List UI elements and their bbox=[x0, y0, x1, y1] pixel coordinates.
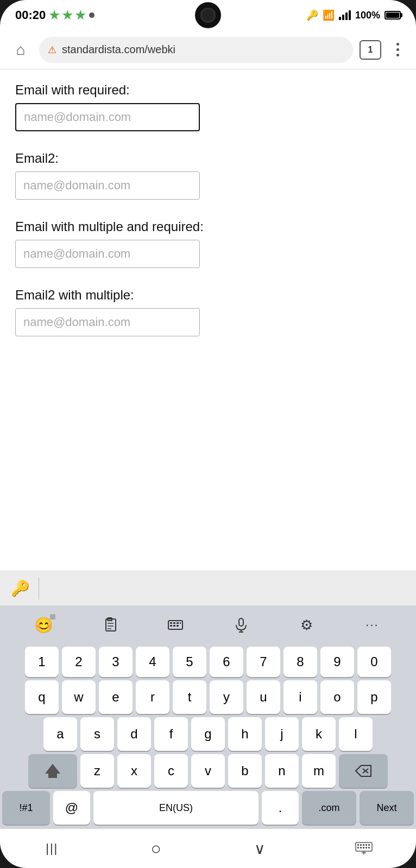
menu-dot-1 bbox=[396, 43, 399, 46]
at-button[interactable]: @ bbox=[53, 791, 90, 825]
form-group-1: Email with required: name@domain.com bbox=[15, 82, 401, 131]
key-2[interactable]: 2 bbox=[62, 647, 96, 677]
svg-rect-20 bbox=[360, 844, 362, 846]
key-g[interactable]: g bbox=[191, 717, 225, 751]
key-f[interactable]: f bbox=[154, 717, 188, 751]
input-email-required[interactable]: name@domain.com bbox=[15, 103, 200, 131]
input-email2[interactable]: name@domain.com bbox=[15, 171, 200, 200]
key-7[interactable]: 7 bbox=[247, 647, 280, 677]
key-d[interactable]: d bbox=[117, 717, 151, 751]
menu-dot-2 bbox=[396, 48, 399, 51]
key-4[interactable]: 4 bbox=[136, 647, 169, 677]
qwerty-row: q w e r t y u i o p bbox=[2, 680, 414, 714]
status-bar: 00:20 🔑 📶 100% bbox=[0, 0, 416, 30]
form-group-2: Email2: name@domain.com bbox=[15, 151, 401, 200]
key-p[interactable]: p bbox=[357, 680, 391, 714]
more-button[interactable]: ··· bbox=[357, 610, 388, 640]
zxcv-row: z x c v b n m bbox=[2, 754, 414, 788]
key-e[interactable]: e bbox=[99, 680, 133, 714]
mic-button[interactable] bbox=[226, 610, 256, 640]
key-o[interactable]: o bbox=[320, 680, 354, 714]
period-button[interactable]: . bbox=[262, 791, 299, 825]
backspace-button[interactable] bbox=[339, 754, 388, 788]
key-l[interactable]: l bbox=[339, 717, 373, 751]
key-r[interactable]: r bbox=[136, 680, 169, 714]
key-t[interactable]: t bbox=[173, 680, 206, 714]
key-a[interactable]: a bbox=[43, 717, 77, 751]
key-5[interactable]: 5 bbox=[173, 647, 206, 677]
key-j[interactable]: j bbox=[265, 717, 299, 751]
svg-rect-21 bbox=[363, 844, 364, 846]
svg-rect-9 bbox=[180, 622, 181, 624]
space-label: EN(US) bbox=[159, 802, 193, 814]
vpn-bar: 🔑 bbox=[0, 571, 416, 605]
url-bar[interactable]: ⚠ standardista.com/webki bbox=[39, 37, 353, 63]
nav-bar: ||| ○ ∨ bbox=[0, 829, 416, 868]
key-u[interactable]: u bbox=[247, 680, 280, 714]
symbols-button[interactable]: !#1 bbox=[2, 791, 50, 825]
input-email2-multiple[interactable]: name@domain.com bbox=[15, 308, 200, 336]
key-8[interactable]: 8 bbox=[283, 647, 317, 677]
key-q[interactable]: q bbox=[25, 680, 59, 714]
keyboard-switch-button[interactable] bbox=[160, 610, 191, 640]
dotcom-label: .com bbox=[318, 802, 339, 814]
url-text: standardista.com/webki bbox=[62, 43, 344, 56]
browser-toolbar: ⌂ ⚠ standardista.com/webki 1 bbox=[0, 30, 416, 69]
mic-icon bbox=[233, 617, 249, 633]
number-row: 1 2 3 4 5 6 7 8 9 0 bbox=[2, 647, 414, 677]
label-email2-multiple: Email2 with multiple: bbox=[15, 288, 401, 303]
key-h[interactable]: h bbox=[228, 717, 262, 751]
key-6[interactable]: 6 bbox=[210, 647, 243, 677]
key-y[interactable]: y bbox=[210, 680, 243, 714]
key-m[interactable]: m bbox=[302, 754, 336, 788]
clipboard-button[interactable] bbox=[94, 610, 125, 640]
key-b[interactable]: b bbox=[228, 754, 262, 788]
back-nav-button[interactable]: ||| bbox=[30, 832, 74, 865]
emoji-icon: 😊 bbox=[34, 616, 53, 634]
shift-base bbox=[48, 774, 57, 778]
key-w[interactable]: w bbox=[62, 680, 96, 714]
keyboard-nav-icon bbox=[355, 842, 373, 855]
svg-rect-26 bbox=[363, 847, 364, 848]
keyboard-toolbar: 😊 bbox=[0, 605, 416, 644]
dotcom-button[interactable]: .com bbox=[302, 791, 356, 825]
status-left: 00:20 bbox=[15, 8, 94, 22]
placeholder-2: name@domain.com bbox=[23, 178, 130, 193]
signal-bar-1 bbox=[339, 17, 341, 20]
clipboard-icon bbox=[102, 617, 118, 633]
backspace-icon bbox=[354, 763, 373, 778]
key-n[interactable]: n bbox=[265, 754, 299, 788]
settings-button[interactable]: ⚙ bbox=[292, 610, 322, 640]
shift-button[interactable] bbox=[28, 754, 77, 788]
emoji-button[interactable]: 😊 bbox=[29, 610, 59, 640]
home-nav-button[interactable]: ○ bbox=[134, 832, 178, 865]
menu-button[interactable] bbox=[388, 40, 407, 60]
wifi-icon: 📶 bbox=[323, 9, 335, 21]
key-s[interactable]: s bbox=[80, 717, 114, 751]
key-k[interactable]: k bbox=[302, 717, 336, 751]
signal-bar-4 bbox=[349, 10, 351, 20]
key-3[interactable]: 3 bbox=[99, 647, 133, 677]
home-button[interactable]: ⌂ bbox=[9, 38, 33, 62]
key-x[interactable]: x bbox=[117, 754, 151, 788]
input-email-multiple-required[interactable]: name@domain.com bbox=[15, 240, 200, 268]
android-icon-2 bbox=[62, 10, 73, 21]
vpn-divider bbox=[39, 578, 39, 599]
key-0[interactable]: 0 bbox=[357, 647, 391, 677]
keyboard-switch-icon bbox=[167, 617, 184, 633]
space-button[interactable]: EN(US) bbox=[93, 791, 259, 825]
key-v[interactable]: v bbox=[191, 754, 225, 788]
key-c[interactable]: c bbox=[154, 754, 188, 788]
shift-icon bbox=[45, 764, 60, 778]
tab-button[interactable]: 1 bbox=[360, 40, 381, 60]
down-nav-icon: ∨ bbox=[254, 840, 266, 858]
key-i[interactable]: i bbox=[283, 680, 317, 714]
signal-bar-3 bbox=[345, 12, 348, 20]
next-button[interactable]: Next bbox=[360, 791, 414, 825]
down-nav-button[interactable]: ∨ bbox=[238, 832, 282, 865]
keyboard-nav-button[interactable] bbox=[342, 832, 386, 865]
key-9[interactable]: 9 bbox=[320, 647, 354, 677]
key-z[interactable]: z bbox=[80, 754, 114, 788]
android-icons bbox=[49, 10, 86, 21]
key-1[interactable]: 1 bbox=[25, 647, 59, 677]
